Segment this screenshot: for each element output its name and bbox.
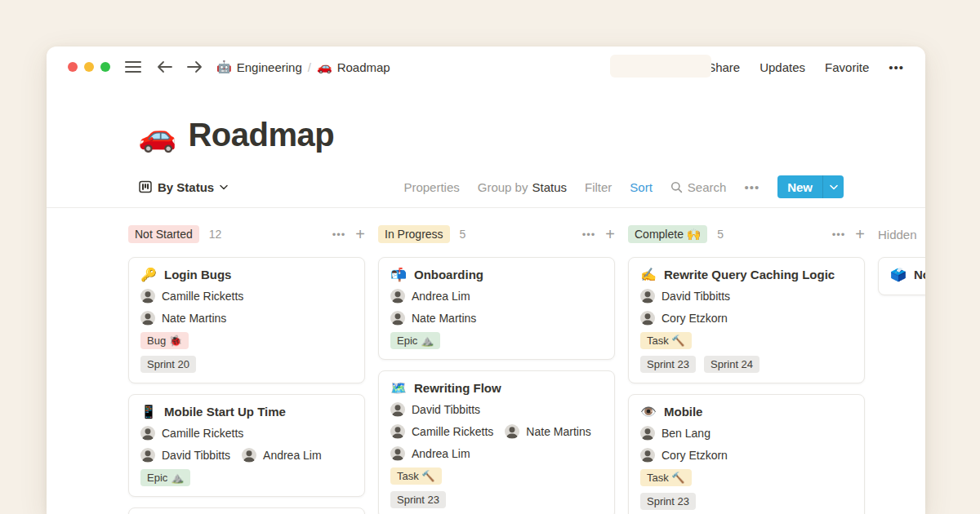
- board-column-complete: Complete 🙌5•••+✍️Rewrite Query Caching L…: [628, 224, 865, 514]
- card-title: No: [914, 268, 925, 281]
- person-chip: Andrea Lim: [242, 448, 322, 463]
- favorite-button[interactable]: Favorite: [825, 60, 869, 74]
- card-icon: 📬: [390, 268, 407, 281]
- card-title-row: 🗺️Rewriting Flow: [390, 381, 603, 395]
- person-chip: Nate Martins: [140, 311, 226, 326]
- view-toolbar: By Status Properties Group by Status Fil…: [47, 173, 925, 201]
- person-chip: Andrea Lim: [390, 446, 470, 461]
- card-tag-row: Sprint 23: [390, 491, 603, 508]
- new-button-caret[interactable]: [822, 175, 844, 198]
- card-title: Mobile Start Up Time: [164, 405, 286, 419]
- tag-badge: Task 🔨: [390, 467, 442, 485]
- properties-button[interactable]: Properties: [403, 180, 459, 194]
- avatar: [640, 448, 655, 463]
- chevron-down-icon: [830, 184, 838, 190]
- column-actions: •••+: [832, 226, 865, 242]
- person-chip: Camille Ricketts: [140, 289, 243, 304]
- card-person-row: Camille RickettsNate Martins: [390, 424, 603, 439]
- search-button[interactable]: Search: [670, 180, 727, 194]
- card-title-row: 🗳️No: [890, 268, 925, 281]
- sidebar-menu-icon[interactable]: [125, 61, 141, 73]
- breadcrumb-page[interactable]: 🚗 Roadmap: [317, 60, 390, 74]
- column-more-icon[interactable]: •••: [832, 228, 846, 241]
- page-icon: 🚗: [317, 60, 332, 74]
- new-button[interactable]: New: [777, 175, 844, 198]
- updates-button[interactable]: Updates: [760, 60, 805, 74]
- avatar: [505, 424, 519, 439]
- card-person-row: David Tibbitts: [390, 402, 603, 417]
- filter-button[interactable]: Filter: [585, 180, 612, 194]
- board-card[interactable]: ‼️Error Codes: [128, 507, 365, 514]
- tag-badge: Sprint 23: [390, 491, 446, 508]
- card-icon: 🔑: [140, 268, 157, 281]
- person-chip: Ben Lang: [640, 426, 710, 441]
- sort-button[interactable]: Sort: [630, 180, 653, 194]
- board-card[interactable]: 🗳️No: [878, 257, 925, 295]
- card-person-row: Ben Lang: [640, 426, 853, 441]
- zoom-window-button[interactable]: [100, 62, 110, 72]
- card-person-row: Andrea Lim: [390, 289, 603, 304]
- column-more-icon[interactable]: •••: [332, 228, 346, 241]
- more-options-icon[interactable]: •••: [889, 60, 904, 74]
- card-tag-row: Epic ⛰️: [140, 469, 353, 486]
- person-name: Nate Martins: [412, 312, 476, 325]
- forward-arrow-icon[interactable]: [185, 60, 203, 74]
- person-name: Nate Martins: [162, 312, 226, 325]
- column-add-icon[interactable]: +: [355, 226, 365, 242]
- group-by-prefix: Group by: [478, 180, 528, 194]
- minimize-window-button[interactable]: [84, 62, 94, 72]
- avatar: [140, 448, 155, 463]
- group-by-value: Status: [532, 180, 567, 194]
- board-card[interactable]: 🔑Login BugsCamille RickettsNate MartinsB…: [128, 257, 365, 383]
- column-actions: •••+: [582, 226, 615, 242]
- board-card[interactable]: 📬OnboardingAndrea LimNate MartinsEpic ⛰️: [378, 257, 615, 360]
- group-by-button[interactable]: Group by Status: [478, 180, 567, 194]
- board-card[interactable]: 👁️MobileBen LangCory EtzkornTask 🔨Sprint…: [628, 394, 865, 514]
- avatar: [640, 426, 655, 441]
- close-window-button[interactable]: [68, 62, 78, 72]
- column-card-count: 12: [209, 228, 222, 241]
- card-title: Onboarding: [414, 268, 483, 281]
- card-icon: 👁️: [640, 405, 657, 419]
- person-name: Andrea Lim: [412, 290, 470, 303]
- person-name: Camille Ricketts: [412, 425, 493, 438]
- card-title-row: 📬Onboarding: [390, 268, 603, 281]
- view-switcher[interactable]: By Status: [139, 180, 228, 194]
- page-title[interactable]: Roadmap: [188, 117, 334, 153]
- card-person-row: Nate Martins: [140, 311, 353, 326]
- board-card[interactable]: 🗺️Rewriting FlowDavid TibbittsCamille Ri…: [378, 370, 615, 514]
- kanban-board: Not Started12•••+🔑Login BugsCamille Rick…: [47, 208, 925, 514]
- tag-badge: Epic ⛰️: [140, 469, 190, 486]
- hidden-groups-label[interactable]: Hidden: [878, 228, 917, 241]
- person-chip: Camille Ricketts: [390, 424, 493, 439]
- back-arrow-icon[interactable]: [156, 60, 174, 74]
- avatar: [390, 446, 405, 461]
- toolbar-more-icon[interactable]: •••: [744, 180, 760, 194]
- card-person-row: Cory Etzkorn: [640, 448, 853, 463]
- card-icon: 📱: [140, 405, 157, 419]
- column-add-icon[interactable]: +: [855, 226, 865, 242]
- avatar: [390, 311, 405, 326]
- card-icon: 🗺️: [390, 382, 407, 395]
- card-person-row: David Tibbitts: [640, 289, 853, 304]
- person-chip: Nate Martins: [505, 424, 590, 439]
- card-title: Rewriting Flow: [414, 381, 501, 395]
- breadcrumb-space[interactable]: 🤖 Engineering: [216, 60, 302, 74]
- tag-badge: Epic ⛰️: [390, 332, 440, 349]
- share-button[interactable]: Share: [707, 60, 740, 74]
- card-tag-row: Epic ⛰️: [390, 332, 603, 349]
- column-add-icon[interactable]: +: [605, 226, 615, 242]
- card-title: Mobile: [664, 405, 703, 419]
- breadcrumb: 🤖 Engineering / 🚗 Roadmap: [216, 60, 390, 74]
- column-status-badge: Complete 🙌: [628, 225, 707, 243]
- traffic-lights: [68, 62, 110, 72]
- board-card[interactable]: 📱Mobile Start Up TimeCamille RickettsDav…: [128, 394, 365, 497]
- column-status-badge: In Progress: [378, 225, 450, 243]
- column-more-icon[interactable]: •••: [582, 228, 596, 241]
- board-card[interactable]: ✍️Rewrite Query Caching LogicDavid Tibbi…: [628, 257, 865, 383]
- card-title: Rewrite Query Caching Logic: [664, 268, 835, 281]
- column-header: Complete 🙌5•••+: [628, 224, 865, 244]
- card-title-row: 📱Mobile Start Up Time: [140, 405, 353, 419]
- avatar: [242, 448, 256, 463]
- avatar: [390, 402, 405, 417]
